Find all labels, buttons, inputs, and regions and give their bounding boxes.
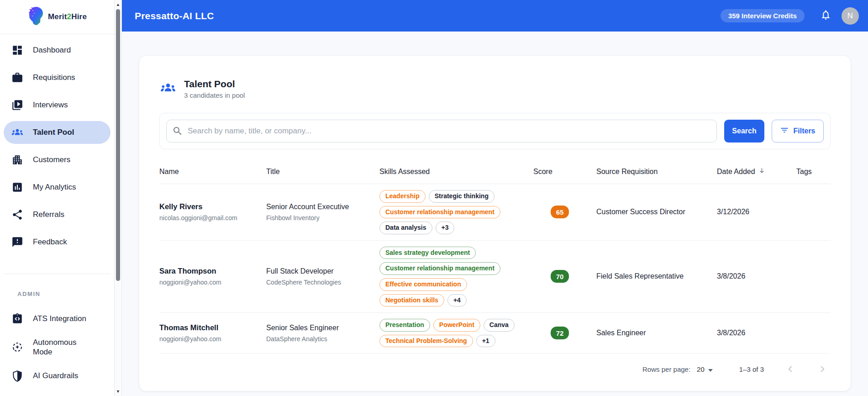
sidebar-item-label: Dashboard	[33, 45, 71, 55]
scrollbar-down-arrow[interactable]: ▼	[115, 388, 121, 395]
candidate-count: 3 candidates in pool	[184, 91, 245, 99]
filters-button[interactable]: Filters	[772, 120, 824, 143]
sidebar-item-feedback[interactable]: Feedback	[4, 231, 110, 253]
skill-chip[interactable]: PowerPoint	[433, 319, 480, 332]
source-requisition-cell: Field Sales Representative	[596, 272, 717, 280]
shield-icon	[11, 370, 24, 382]
sidebar-item-dashboard[interactable]: Dashboard	[4, 39, 110, 62]
candidate-company: DataSphere Analytics	[266, 335, 379, 343]
pagination-range: 1–3 of 3	[739, 365, 764, 373]
candidate-email: noggioni@yahoo.com	[159, 335, 266, 343]
sidebar-item-label: Referrals	[33, 210, 64, 219]
skill-chip[interactable]: +4	[447, 294, 467, 307]
skill-chip[interactable]: Negotiation skills	[379, 294, 444, 307]
column-header-tags[interactable]: Tags	[796, 168, 831, 176]
skill-chip[interactable]: Effective communication	[379, 278, 467, 291]
scrollbar-up-arrow[interactable]: ▲	[115, 1, 121, 8]
sidebar-item-label: Autonomous Mode	[33, 338, 97, 357]
merit2hire-logo-icon	[27, 6, 45, 28]
sort-descending-icon[interactable]	[758, 167, 766, 176]
sidebar-item-interviews[interactable]: Interviews	[4, 94, 110, 116]
building-icon	[11, 153, 24, 166]
dashboard-icon	[11, 44, 24, 57]
previous-page-button[interactable]	[785, 364, 796, 375]
candidate-name: Sara Thompson	[159, 267, 266, 275]
sidebar-item-label: My Analytics	[33, 182, 76, 192]
skill-chip[interactable]: Canva	[484, 319, 515, 332]
pagination: Rows per page: 20 1–3 of 3	[159, 364, 831, 375]
page-content: Talent Pool 3 candidates in pool Search	[122, 32, 868, 396]
column-header-skills[interactable]: Skills Assessed	[379, 168, 533, 176]
user-avatar[interactable]: N	[842, 7, 859, 25]
sidebar-nav: Dashboard Requisitions Interviews Talent…	[0, 34, 114, 392]
candidate-company: Fishbowl Inventory	[266, 214, 379, 222]
sidebar-scrollbar[interactable]: ▲ ▼	[114, 0, 122, 396]
notifications-button[interactable]	[820, 10, 831, 22]
table-row[interactable]: Kelly Rivers nicolas.oggioni@gmail.com S…	[159, 184, 831, 241]
candidate-title: Senior Sales Engineer	[266, 324, 379, 332]
skill-chip[interactable]: Data analysis	[379, 222, 432, 234]
candidate-title: Full Stack Developer	[266, 267, 379, 275]
date-added-label: Date Added	[717, 168, 755, 176]
people-group-icon	[11, 126, 24, 139]
rows-per-page-select[interactable]: 20	[697, 365, 713, 373]
rows-per-page-value: 20	[697, 365, 705, 373]
sidebar-item-ai-guardrails[interactable]: AI Guardrails	[4, 364, 110, 387]
search-panel: Search Filters	[159, 113, 831, 149]
search-button[interactable]: Search	[724, 120, 764, 143]
skill-chip[interactable]: Customer relationship management	[379, 262, 500, 275]
app-logo[interactable]: Merit2Hire	[0, 0, 114, 34]
sidebar-item-my-analytics[interactable]: My Analytics	[4, 176, 110, 199]
skills-cell: Sales strategy development Customer rela…	[379, 247, 527, 306]
skills-cell: Presentation PowerPoint Canva Technical …	[379, 319, 527, 347]
skill-chip[interactable]: Technical Problem-Solving	[379, 335, 473, 348]
sidebar-item-referrals[interactable]: Referrals	[4, 203, 110, 226]
bell-icon	[820, 9, 831, 22]
score-badge: 72	[551, 327, 569, 339]
sidebar-item-label: Talent Pool	[33, 127, 74, 137]
admin-section-label: ADMIN	[17, 290, 110, 297]
column-header-name[interactable]: Name	[159, 168, 266, 176]
sidebar-item-label: Requisitions	[33, 73, 75, 82]
column-header-source[interactable]: Source Requisition	[596, 168, 717, 176]
main-area: Pressatto-AI LLC 359 Interview Credits N…	[122, 0, 868, 396]
source-requisition-cell: Customer Success Director	[596, 208, 717, 216]
scrollbar-thumb[interactable]	[116, 9, 120, 281]
skill-chip[interactable]: +3	[436, 222, 455, 234]
page-title: Talent Pool	[184, 79, 245, 90]
sidebar-item-autonomous-mode[interactable]: Autonomous Mode	[4, 335, 110, 360]
table-row[interactable]: Thomas Mitchell noggioni@yahoo.com Senio…	[159, 313, 831, 354]
name-cell: Sara Thompson noggioni@yahoo.com	[159, 267, 266, 286]
sidebar-item-customers[interactable]: Customers	[4, 148, 110, 171]
sidebar-item-requisitions[interactable]: Requisitions	[4, 66, 110, 89]
bar-chart-icon	[11, 181, 24, 194]
sidebar-item-ats-integration[interactable]: ATS Integration	[4, 307, 110, 330]
card-header: Talent Pool 3 candidates in pool	[159, 79, 831, 99]
skill-chip[interactable]: +1	[476, 335, 495, 348]
candidates-table: Name Title Skills Assessed Score Source …	[159, 162, 831, 354]
skill-chip[interactable]: Customer relationship management	[379, 206, 500, 219]
column-header-date-added[interactable]: Date Added	[717, 167, 796, 176]
filter-icon	[780, 126, 789, 137]
table-row[interactable]: Sara Thompson noggioni@yahoo.com Full St…	[159, 241, 831, 313]
search-input[interactable]	[166, 120, 717, 143]
candidate-title: Senior Account Executive	[266, 203, 379, 211]
feedback-bubble-icon	[11, 236, 24, 248]
share-icon	[11, 208, 24, 221]
column-header-title[interactable]: Title	[266, 168, 379, 176]
skill-chip[interactable]: Strategic thinking	[429, 190, 494, 203]
score-cell: 65	[533, 206, 596, 218]
video-library-icon	[11, 99, 24, 111]
search-box	[166, 120, 717, 143]
autonomous-sparkle-icon	[11, 341, 24, 354]
skill-chip[interactable]: Leadership	[379, 190, 426, 203]
talent-pool-card: Talent Pool 3 candidates in pool Search	[139, 55, 851, 391]
skill-chip[interactable]: Sales strategy development	[379, 247, 476, 259]
column-header-score[interactable]: Score	[533, 168, 596, 176]
interview-credits-badge: 359 Interview Credits	[721, 9, 805, 22]
sidebar-item-talent-pool[interactable]: Talent Pool	[4, 121, 110, 144]
date-added-cell: 3/8/2026	[717, 272, 796, 280]
next-page-button[interactable]	[817, 364, 828, 375]
score-badge: 70	[551, 270, 569, 283]
skill-chip[interactable]: Presentation	[379, 319, 430, 332]
